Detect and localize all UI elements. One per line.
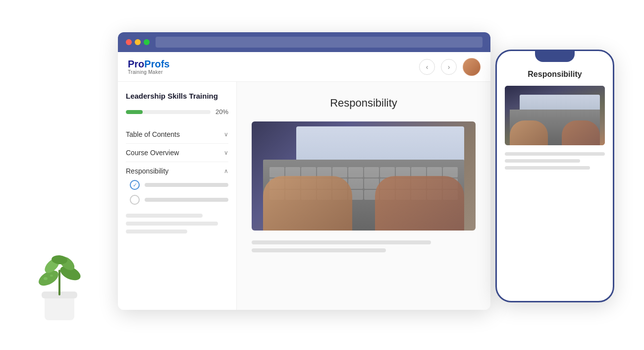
chevron-down-icon-overview: ∨	[224, 149, 228, 156]
course-title: Leadership Skills Training	[126, 92, 228, 100]
logo: ProProfs Training Maker	[128, 58, 169, 75]
svg-rect-0	[45, 295, 74, 320]
responsibility-sub-items: ✓	[126, 180, 228, 205]
browser-dots	[126, 39, 150, 45]
ph-line-3	[126, 230, 187, 233]
header-controls: ‹ ›	[419, 58, 481, 76]
sub-item-bar-1	[145, 183, 228, 187]
phone-ph-line-1	[505, 152, 605, 156]
ph-line-1	[126, 214, 203, 218]
dot-red	[126, 39, 132, 45]
sidebar: Leadership Skills Training 20% Table of …	[118, 82, 237, 310]
browser-chrome	[118, 32, 490, 52]
check-done-icon: ✓	[130, 180, 140, 190]
svg-point-9	[50, 275, 53, 277]
browser-window: ProProfs Training Maker ‹ › Leadership S…	[118, 32, 490, 310]
hand-left	[263, 176, 353, 231]
sub-item-bar-2	[145, 198, 228, 202]
logo-pro: Pro	[128, 58, 144, 69]
url-bar[interactable]	[156, 37, 483, 48]
content-image	[252, 121, 476, 231]
app-body: Leadership Skills Training 20% Table of …	[118, 82, 490, 310]
phone-content: Responsibility	[497, 62, 613, 181]
ph-line-2	[126, 222, 218, 226]
check-empty-icon	[130, 195, 140, 205]
content-ph-line-1	[252, 240, 431, 244]
nav-back-button[interactable]: ‹	[419, 59, 435, 75]
sidebar-item-overview-label: Course Overview	[126, 149, 179, 157]
progress-text: 20%	[215, 108, 228, 116]
logo-profs: Profs	[144, 58, 169, 69]
hand-right	[375, 176, 465, 231]
logo-text: ProProfs	[128, 58, 169, 69]
phone-title: Responsibility	[505, 70, 605, 79]
dot-yellow	[135, 39, 141, 45]
dot-green	[144, 39, 150, 45]
progress-section: 20%	[126, 108, 228, 116]
plant-svg	[30, 241, 89, 320]
phone-mockup: Responsibility	[495, 50, 614, 302]
sub-item-pending[interactable]	[130, 195, 228, 205]
main-content: Responsibility	[237, 82, 490, 310]
content-title: Responsibility	[252, 97, 476, 110]
sidebar-item-responsibility-section: Responsibility ∧ ✓	[126, 162, 228, 242]
avatar[interactable]	[463, 58, 481, 76]
content-placeholder-lines	[252, 240, 476, 252]
content-ph-line-2	[252, 248, 386, 252]
app-header: ProProfs Training Maker ‹ ›	[118, 52, 490, 82]
phone-ph-line-3	[505, 166, 590, 170]
svg-point-8	[44, 277, 48, 280]
plant-decoration	[30, 241, 89, 320]
sidebar-item-overview[interactable]: Course Overview ∨	[126, 144, 228, 162]
progress-bar-background	[126, 110, 211, 114]
sidebar-item-responsibility-label: Responsibility	[126, 167, 168, 175]
chevron-down-icon-toc: ∨	[224, 131, 228, 138]
chevron-up-icon-responsibility: ∧	[224, 168, 228, 175]
sidebar-item-toc[interactable]: Table of Contents ∨	[126, 125, 228, 144]
progress-bar-fill	[126, 110, 143, 114]
sub-item-completed[interactable]: ✓	[130, 180, 228, 190]
laptop-hands-visual	[252, 121, 476, 231]
nav-forward-button[interactable]: ›	[441, 59, 457, 75]
phone-placeholder-lines	[505, 152, 605, 170]
sidebar-item-responsibility[interactable]: Responsibility ∧	[126, 167, 228, 175]
sidebar-item-toc-label: Table of Contents	[126, 130, 180, 138]
avatar-inner	[463, 58, 480, 75]
phone-notch	[535, 51, 575, 62]
phone-ph-line-2	[505, 159, 580, 163]
sidebar-placeholder-lines	[126, 210, 228, 233]
phone-image	[505, 86, 605, 145]
logo-subtitle: Training Maker	[128, 69, 169, 75]
